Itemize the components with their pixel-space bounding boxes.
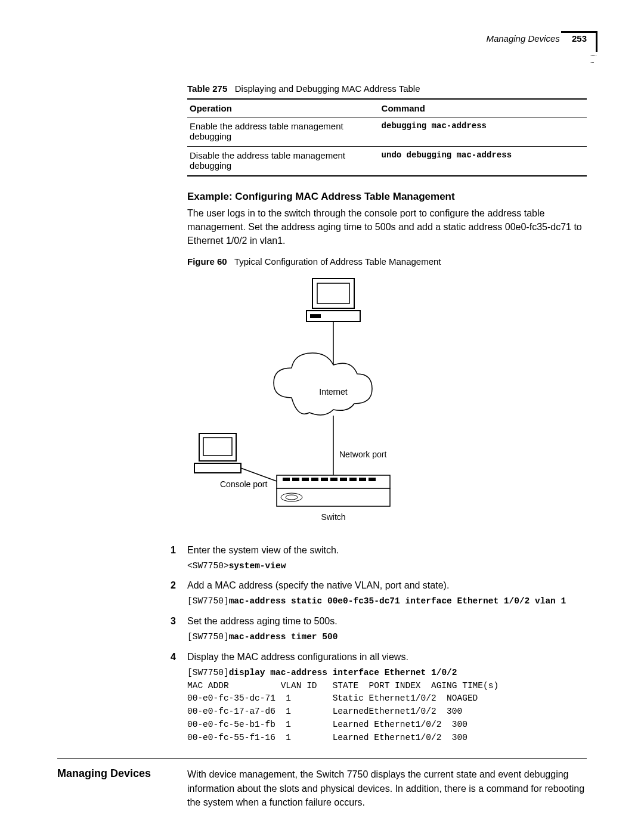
step-number: 1 bbox=[171, 543, 176, 558]
table-caption-text: Displaying and Debugging MAC Address Tab… bbox=[235, 83, 420, 94]
svg-rect-8 bbox=[283, 478, 290, 481]
output-row: 00-e0-fc-5e-b1-fb 1 Learned Ethernet1/0/… bbox=[187, 720, 467, 729]
step-item: 1 Enter the system view of the switch. <… bbox=[187, 543, 587, 573]
pc-console-icon bbox=[194, 433, 241, 473]
section-body: With device management, the Switch 7750 … bbox=[187, 767, 587, 809]
running-header: ········ Managing Devices 253 bbox=[57, 33, 587, 55]
section-rule bbox=[57, 758, 587, 759]
code-bold: mac-address timer 500 bbox=[229, 632, 338, 642]
step-number: 4 bbox=[171, 650, 176, 664]
section-heading: Managing Devices bbox=[57, 767, 187, 780]
cmd-cell: undo debugging mac-address bbox=[379, 147, 587, 176]
switch-icon bbox=[277, 475, 390, 506]
command-table: Operation Command Enable the address tab… bbox=[187, 98, 587, 176]
step-number: 3 bbox=[171, 614, 176, 628]
table-label: Table 275 bbox=[187, 83, 227, 94]
output-row: 00-e0-fc-17-a7-d6 1 LearnedEthernet1/0/2… bbox=[187, 707, 462, 716]
step-text: Enter the system view of the switch. bbox=[187, 545, 339, 555]
code-prefix: [SW7750] bbox=[187, 668, 229, 677]
svg-rect-10 bbox=[302, 478, 309, 481]
main-column: Table 275 Displaying and Debugging MAC A… bbox=[187, 83, 587, 809]
code-bold: system-view bbox=[229, 561, 286, 571]
output-header: MAC ADDR VLAN ID STATE PORT INDEX AGING … bbox=[187, 681, 499, 690]
running-title-wrap: Managing Devices 253 bbox=[486, 33, 587, 44]
figure-caption: Figure 60 Typical Configuration of Addre… bbox=[187, 256, 587, 267]
output-row: 00-e0-fc-55-f1-16 1 Learned Ethernet1/0/… bbox=[187, 733, 467, 742]
example-heading: Example: Configuring MAC Address Table M… bbox=[187, 191, 587, 203]
col-command: Command bbox=[379, 99, 587, 117]
figure-caption-text: Typical Configuration of Address Table M… bbox=[234, 256, 441, 267]
svg-rect-12 bbox=[321, 478, 328, 481]
section-row: Managing Devices With device management,… bbox=[57, 767, 587, 809]
svg-rect-22 bbox=[194, 463, 241, 473]
op-cell: Disable the address table management deb… bbox=[187, 147, 379, 176]
console-port-label: Console port bbox=[220, 479, 267, 489]
step-text: Add a MAC address (specify the native VL… bbox=[187, 580, 449, 590]
svg-rect-11 bbox=[311, 478, 318, 481]
cmd-cell: debugging mac-address bbox=[379, 117, 587, 147]
code-prefix: <SW7750> bbox=[187, 561, 229, 571]
step-item: 2 Add a MAC address (specify the native … bbox=[187, 578, 587, 608]
svg-rect-1 bbox=[317, 283, 349, 304]
table-row: Enable the address table management debu… bbox=[187, 117, 587, 147]
page-number: 253 bbox=[572, 33, 587, 44]
svg-rect-9 bbox=[292, 478, 299, 481]
table-caption: Table 275 Displaying and Debugging MAC A… bbox=[187, 83, 587, 94]
code-block: [SW7750]display mac-address interface Et… bbox=[187, 667, 587, 745]
figure-label: Figure 60 bbox=[187, 256, 227, 267]
pc-top-icon bbox=[306, 278, 360, 321]
code-block: [SW7750]mac-address timer 500 bbox=[187, 631, 587, 644]
step-text: Display the MAC address configurations i… bbox=[187, 652, 408, 662]
svg-rect-3 bbox=[310, 314, 321, 318]
code-block: <SW7750>system-view bbox=[187, 560, 587, 573]
svg-rect-13 bbox=[330, 478, 338, 481]
code-prefix: [SW7750] bbox=[187, 596, 229, 606]
header-dots: ········ bbox=[590, 51, 596, 66]
figure-diagram: Internet Network port bbox=[187, 272, 444, 535]
svg-rect-16 bbox=[359, 478, 366, 481]
op-cell: Enable the address table management debu… bbox=[187, 117, 379, 147]
step-number: 2 bbox=[171, 578, 176, 593]
step-item: 4 Display the MAC address configurations… bbox=[187, 650, 587, 745]
svg-rect-17 bbox=[369, 478, 376, 481]
table-row: Disable the address table management deb… bbox=[187, 147, 587, 176]
svg-rect-14 bbox=[340, 478, 347, 481]
example-paragraph: The user logs in to the switch through t… bbox=[187, 206, 587, 248]
col-operation: Operation bbox=[187, 99, 379, 117]
running-title: Managing Devices bbox=[486, 33, 559, 44]
svg-rect-6 bbox=[277, 475, 390, 488]
output-row: 00-e0-fc-35-dc-71 1 Static Ethernet1/0/2… bbox=[187, 693, 478, 703]
cloud-icon: Internet bbox=[274, 353, 372, 415]
code-prefix: [SW7750] bbox=[187, 632, 229, 642]
internet-label: Internet bbox=[319, 387, 348, 397]
step-list: 1 Enter the system view of the switch. <… bbox=[187, 543, 587, 745]
switch-label: Switch bbox=[321, 512, 345, 522]
code-bold: mac-address static 00e0-fc35-dc71 interf… bbox=[229, 596, 566, 606]
page: ········ Managing Devices 253 Table 275 … bbox=[0, 0, 644, 833]
svg-rect-7 bbox=[277, 488, 390, 506]
svg-rect-21 bbox=[203, 438, 232, 456]
network-port-label: Network port bbox=[339, 450, 386, 459]
step-item: 3 Set the address aging time to 500s. [S… bbox=[187, 614, 587, 644]
step-text: Set the address aging time to 500s. bbox=[187, 616, 338, 626]
code-bold: display mac-address interface Ethernet 1… bbox=[229, 668, 457, 677]
code-block: [SW7750]mac-address static 00e0-fc35-dc7… bbox=[187, 595, 587, 608]
svg-rect-15 bbox=[349, 478, 357, 481]
